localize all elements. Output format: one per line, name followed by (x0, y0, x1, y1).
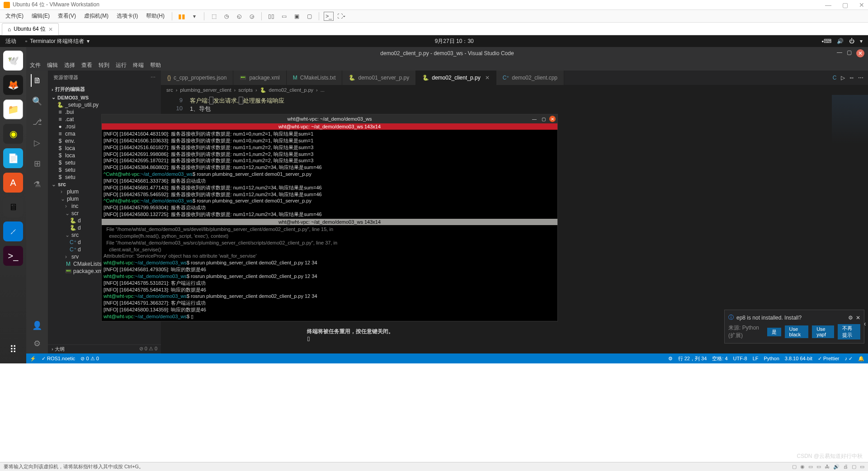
status-ros[interactable]: ✓ ROS1.noetic (42, 356, 75, 362)
status-cursor[interactable]: 行 22，列 34 (678, 355, 707, 362)
workspace-header[interactable]: ⌄DEMO03_WS (52, 94, 157, 101)
term-pane1-output[interactable]: [INFO] [1664241604.483190]: 服务器接收到的请求数据是… (102, 130, 557, 219)
maximize-button[interactable]: ▢ (842, 1, 848, 9)
status-language[interactable]: Python (764, 356, 779, 361)
search-icon[interactable]: 🔍 (31, 95, 43, 108)
status-misc[interactable]: ♪ ✓ (844, 356, 853, 362)
power-icon[interactable]: ⏻ (849, 38, 854, 44)
status-prettier[interactable]: ✓ Prettier (818, 356, 840, 362)
status-eol[interactable]: LF (753, 356, 759, 361)
menu-edit[interactable]: 编辑(E) (29, 11, 52, 21)
status-bell-icon[interactable]: 🔔 (858, 356, 864, 362)
breadcrumb[interactable]: src› plumbing_server_client› scripts› 🐍d… (161, 85, 868, 95)
menu-help[interactable]: 帮助(H) (143, 11, 167, 21)
revert-icon[interactable]: ◶ (247, 12, 257, 21)
vscode-menu-item[interactable]: 查看 (81, 61, 92, 69)
volume-icon[interactable]: 🔊 (837, 38, 844, 44)
editor-tab-active[interactable]: 🐍demo02_client_p.py✕ (416, 71, 496, 85)
device-icon[interactable]: ▢ (792, 464, 797, 470)
dock-show-apps[interactable]: ⠿ (3, 340, 23, 360)
dropdown-icon[interactable]: ▾ (189, 12, 199, 21)
more-icon[interactable]: ⋯ (151, 75, 156, 80)
layout3-icon[interactable]: ▣ (292, 12, 302, 21)
vscode-minimize-icon[interactable]: — (837, 49, 842, 57)
vscode-menu-item[interactable]: 文件 (30, 61, 41, 69)
dock-vmware-tools[interactable]: 🖥 (3, 197, 23, 217)
notif-yes-button[interactable]: 是 (767, 328, 781, 336)
minimap[interactable] (832, 95, 868, 176)
tab-close-icon[interactable]: ✕ (48, 26, 53, 33)
layout1-icon[interactable]: ▯▯ (266, 12, 276, 21)
notif-settings-icon[interactable]: ⚙ (848, 315, 853, 321)
menu-vm[interactable]: 虚拟机(M) (81, 11, 111, 21)
term-pane1-title[interactable]: wht@wht-vpc: ~/at_demo/demo03_ws 143x14 (102, 123, 557, 130)
run-file-icon[interactable]: ▷ (841, 75, 845, 81)
vscode-close-icon[interactable]: ✕ (856, 49, 864, 57)
more-actions-icon[interactable]: ⋯ (858, 75, 863, 81)
dock-software[interactable]: A (3, 173, 23, 193)
layout2-icon[interactable]: ▭ (279, 12, 289, 21)
device-icon[interactable]: ▭ (808, 464, 813, 470)
notif-black-button[interactable]: Use black (785, 325, 809, 338)
device-icon[interactable]: ▭ (816, 464, 821, 470)
term-maximize-icon[interactable]: ▢ (540, 116, 547, 122)
settings-icon[interactable]: ⚙ (31, 337, 43, 350)
app-menu[interactable]: ▫ Terminator 终端终结者 ▾ (25, 38, 90, 45)
device-icon[interactable]: 🖧 (825, 464, 830, 470)
file-item[interactable]: 🐍_setup_util.py (57, 101, 157, 108)
testing-icon[interactable]: ⚗ (31, 178, 43, 191)
activities-button[interactable]: 活动 (5, 38, 16, 45)
vscode-menu-item[interactable]: 帮助 (150, 61, 161, 69)
menu-view[interactable]: 查看(V) (55, 11, 79, 21)
status-indent[interactable]: 空格: 4 (712, 355, 727, 362)
close-button[interactable]: ✕ (859, 1, 864, 9)
notif-never-button[interactable]: 不再提示 (838, 324, 860, 339)
snapshot-manager-icon[interactable]: ◵ (234, 12, 244, 21)
split-editor-icon[interactable]: ▫▫ (849, 75, 854, 81)
status-problems[interactable]: ⊘ 0 ⚠ 0 (80, 356, 99, 362)
vscode-menu-item[interactable]: 运行 (116, 61, 127, 69)
editor-tab[interactable]: MCMakeLists.txt (287, 71, 343, 85)
menu-file[interactable]: 文件(E) (3, 11, 26, 21)
explorer-icon[interactable]: 🗎 (31, 74, 43, 87)
language-icon[interactable]: C (833, 75, 837, 81)
minimize-button[interactable]: — (825, 1, 831, 9)
clock[interactable]: 9月27日 10：30 (435, 38, 474, 45)
editor-tab[interactable]: {}c_cpp_properties.json (161, 71, 233, 85)
fullscreen-icon[interactable]: ⛶▾ (336, 12, 346, 21)
dock-firefox[interactable]: 🦊 (3, 75, 23, 95)
device-icon[interactable]: 🖨 (843, 464, 848, 470)
terminator-titlebar[interactable]: wht@wht-vpc: ~/at_demo/demo03_ws — ▢ ✕ (102, 114, 557, 123)
device-icon[interactable]: ▢ (852, 464, 856, 470)
status-feedback-icon[interactable]: ⚙ (668, 356, 673, 362)
dock-vscode[interactable]: ⟋ (3, 221, 23, 241)
status-encoding[interactable]: UTF-8 (733, 356, 747, 361)
dock-rhythmbox[interactable]: ◉ (3, 124, 23, 144)
send-ctrl-alt-del-icon[interactable]: ⬚ (209, 12, 219, 21)
tab-close-icon[interactable]: ✕ (485, 75, 490, 81)
device-icon[interactable]: 🔊 (833, 464, 840, 470)
dock-terminal[interactable]: >_ (3, 246, 23, 266)
vscode-menu-item[interactable]: 转到 (99, 61, 109, 69)
run-debug-icon[interactable]: ▷ (31, 137, 43, 149)
editor-tab[interactable]: 🐍demo01_server_p.py (342, 71, 416, 85)
vscode-maximize-icon[interactable]: ▢ (847, 49, 852, 57)
device-icon[interactable]: ◉ (800, 464, 805, 470)
layout4-icon[interactable]: ▢ (304, 12, 314, 21)
outline-section[interactable]: › 大纲 ⊘ 0 ⚠ 0 (48, 344, 161, 353)
menu-tabs[interactable]: 选项卡(I) (114, 11, 141, 21)
editor-tab[interactable]: 📟package.xml (233, 71, 286, 85)
extensions-icon[interactable]: ⊞ (31, 157, 43, 170)
dock-libreoffice[interactable]: 📄 (3, 148, 23, 168)
dock-thunderbird[interactable]: 🕊️ (3, 51, 23, 71)
term-pane2-title[interactable]: wht@wht-vpc: ~/at_demo/demo03_ws 143x14 (102, 219, 557, 225)
open-editors-header[interactable]: ›打开的编辑器 (52, 85, 157, 94)
vm-tab[interactable]: ⌂ Ubuntu 64 位 ✕ (2, 23, 59, 35)
input-method-icon[interactable]: ⌨ (824, 38, 831, 44)
notif-close-icon[interactable]: ✕ (856, 315, 860, 321)
pause-icon[interactable]: ▮▮ (177, 12, 187, 21)
editor-tab[interactable]: C⁺demo02_client.cpp (496, 71, 564, 85)
snapshot-icon[interactable]: ◷ (222, 12, 231, 21)
term-pane2-output[interactable]: File "/home/wht/at_demo/demo03_ws/devel/… (102, 225, 557, 321)
device-icon[interactable]: ▭ (860, 464, 864, 470)
